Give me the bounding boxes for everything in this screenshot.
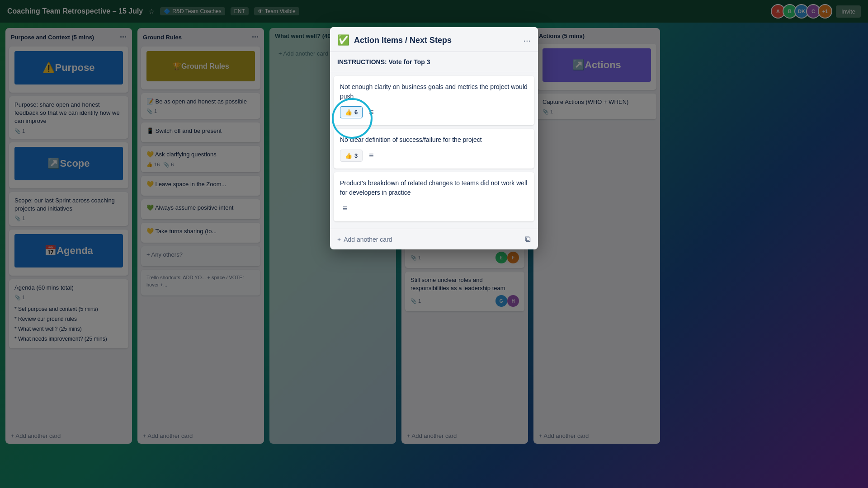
modal-title: Action Items / Next Steps	[354, 36, 519, 45]
vote-button-card-1[interactable]: 👍 6	[340, 106, 363, 118]
vote-button-card-2[interactable]: 👍 3	[340, 150, 363, 162]
vote-count-2: 3	[354, 152, 358, 159]
thumbs-up-icon-1: 👍	[345, 109, 352, 116]
vote-count-1: 6	[354, 109, 358, 116]
card-3-menu-btn[interactable]: ≡	[340, 202, 350, 215]
modal-card-1-text: Not enough clarity on business goals and…	[340, 82, 528, 101]
modal-card-3-actions: ≡	[340, 202, 528, 215]
card-1-menu-btn[interactable]: ≡	[366, 106, 377, 119]
modal-backdrop[interactable]: ✅ Action Items / Next Steps ··· INSTRUCT…	[0, 0, 868, 488]
add-card-modal-label: Add another card	[344, 236, 392, 243]
modal-card-1-actions: 👍 6 ≡	[340, 106, 528, 119]
card-2-menu-btn[interactable]: ≡	[366, 149, 377, 162]
modal-instructions: INSTRUCTIONS: Vote for Top 3	[330, 52, 538, 72]
vote-highlight-wrapper: 👍 6	[340, 106, 363, 118]
modal-card-1[interactable]: Not enough clarity on business goals and…	[334, 76, 534, 125]
modal-card-2-text: No clear definition of success/failure f…	[340, 135, 528, 145]
modal-menu-button[interactable]: ···	[523, 35, 531, 46]
modal-card-3[interactable]: Product's breakdown of related changes t…	[334, 172, 534, 221]
copy-icon[interactable]: ⧉	[525, 235, 531, 244]
modal-body: Not enough clarity on business goals and…	[330, 72, 538, 229]
modal-footer: + Add another card ⧉	[330, 229, 538, 249]
modal-checkmark-icon: ✅	[337, 34, 349, 46]
modal-card-3-text: Product's breakdown of related changes t…	[340, 178, 528, 197]
modal-card-2-actions: 👍 3 ≡	[340, 149, 528, 162]
thumbs-up-icon-2: 👍	[345, 152, 352, 159]
plus-icon: +	[337, 236, 341, 243]
modal-card-2[interactable]: No clear definition of success/failure f…	[334, 129, 534, 169]
add-card-modal-button[interactable]: + Add another card	[337, 236, 392, 243]
modal-header: ✅ Action Items / Next Steps ···	[330, 27, 538, 52]
action-items-modal: ✅ Action Items / Next Steps ··· INSTRUCT…	[330, 27, 538, 249]
